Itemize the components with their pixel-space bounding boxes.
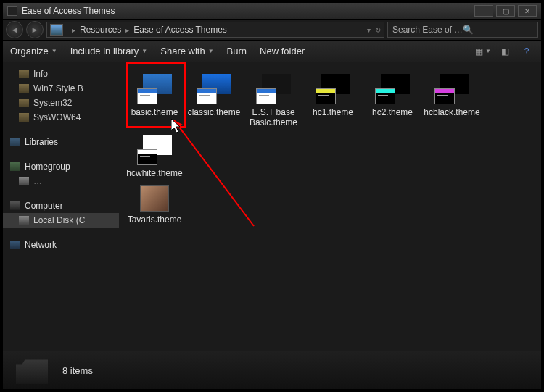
newfolder-button[interactable]: New folder (260, 46, 305, 57)
file-item[interactable]: hc2.theme (364, 71, 421, 128)
share-button[interactable]: Share with▼ (160, 46, 213, 57)
file-label: E.S.T base Basic.theme (245, 107, 302, 128)
sidebar-group-homegroup[interactable]: Homegroup (3, 159, 119, 174)
sidebar-item[interactable]: Info (3, 67, 119, 81)
file-pane[interactable]: basic.themeclassic.themeE.S.T base Basic… (119, 62, 541, 351)
device-icon (19, 177, 29, 185)
homegroup-icon (10, 162, 20, 171)
search-icon: 🔍 (463, 25, 533, 35)
sidebar-group-libraries[interactable]: Libraries (3, 135, 119, 149)
window-title: Ease of Access Themes (22, 6, 471, 16)
folder-icon (19, 84, 29, 93)
view-options-button[interactable]: ▦▼ (476, 46, 490, 57)
status-bar: 8 items (3, 351, 541, 389)
folder-large-icon (16, 356, 48, 384)
address-bar[interactable]: ▸ Resources ▸ Ease of Access Themes ▾ ↻ (46, 22, 384, 38)
minimize-button[interactable]: — (474, 5, 493, 17)
file-label: hcblack.theme (424, 107, 479, 117)
breadcrumb-item[interactable]: Ease of Access Themes (133, 25, 227, 35)
folder-icon (19, 70, 29, 78)
status-text: 8 items (62, 365, 93, 376)
file-item[interactable]: hc1.theme (305, 71, 361, 128)
search-placeholder: Search Ease of Access T… (392, 25, 463, 35)
back-button[interactable]: ◄ (6, 21, 23, 38)
close-button[interactable]: ✕ (518, 5, 537, 17)
file-label: hcwhite.theme (126, 168, 182, 178)
file-item[interactable]: hcblack.theme (424, 71, 480, 128)
sidebar-group-computer[interactable]: Computer (3, 199, 119, 213)
file-thumbnail (137, 135, 172, 165)
help-button[interactable]: ? (519, 46, 534, 57)
address-dropdown[interactable]: ▾ ↻ (363, 26, 381, 34)
file-item[interactable]: hcwhite.theme (126, 132, 183, 178)
preview-pane-button[interactable]: ◧ (498, 46, 512, 57)
organize-button[interactable]: Organize▼ (10, 46, 57, 57)
sidebar-item[interactable]: SysWOW64 (3, 110, 119, 125)
location-icon (50, 24, 63, 36)
chevron-icon: ▸ (125, 26, 129, 34)
breadcrumb-item[interactable]: Resources (80, 25, 121, 35)
toolbar: Organize▼ Include in library▼ Share with… (3, 41, 541, 62)
file-label: hc2.theme (372, 107, 413, 117)
sidebar: Info Win7 Style B System32 SysWOW64 Libr… (3, 62, 119, 351)
drive-icon (19, 216, 29, 225)
file-thumbnail (140, 185, 169, 212)
libraries-icon (10, 138, 20, 146)
maximize-button[interactable]: ▢ (496, 5, 515, 17)
folder-icon (19, 99, 29, 107)
file-label: classic.theme (188, 107, 241, 117)
app-icon (7, 6, 17, 16)
file-item[interactable]: Tavaris.theme (126, 183, 183, 225)
file-thumbnail (434, 74, 469, 104)
folder-icon (19, 113, 29, 122)
burn-button[interactable]: Burn (227, 46, 247, 57)
sidebar-item-localdisk[interactable]: Local Disk (C (3, 213, 119, 228)
file-label: hc1.theme (313, 107, 353, 117)
sidebar-item[interactable]: … (3, 174, 119, 188)
file-item[interactable]: classic.theme (186, 71, 242, 128)
file-thumbnail (197, 74, 231, 104)
navbar: ◄ ► ▸ Resources ▸ Ease of Access Themes … (3, 19, 541, 41)
sidebar-group-network[interactable]: Network (3, 238, 119, 252)
chevron-icon: ▸ (72, 26, 75, 34)
file-thumbnail (375, 74, 410, 104)
file-label: Tavaris.theme (128, 214, 182, 225)
file-thumbnail (137, 74, 172, 104)
file-thumbnail (256, 74, 291, 104)
titlebar: Ease of Access Themes — ▢ ✕ (3, 3, 541, 19)
search-input[interactable]: Search Ease of Access T… 🔍 (387, 22, 538, 38)
file-label: basic.theme (131, 107, 178, 117)
file-thumbnail (316, 74, 350, 104)
network-icon (10, 241, 20, 249)
include-button[interactable]: Include in library▼ (70, 46, 148, 57)
forward-button[interactable]: ► (26, 21, 44, 38)
computer-icon (10, 201, 20, 210)
sidebar-item[interactable]: System32 (3, 96, 119, 110)
sidebar-item[interactable]: Win7 Style B (3, 81, 119, 96)
file-item[interactable]: E.S.T base Basic.theme (245, 71, 302, 128)
